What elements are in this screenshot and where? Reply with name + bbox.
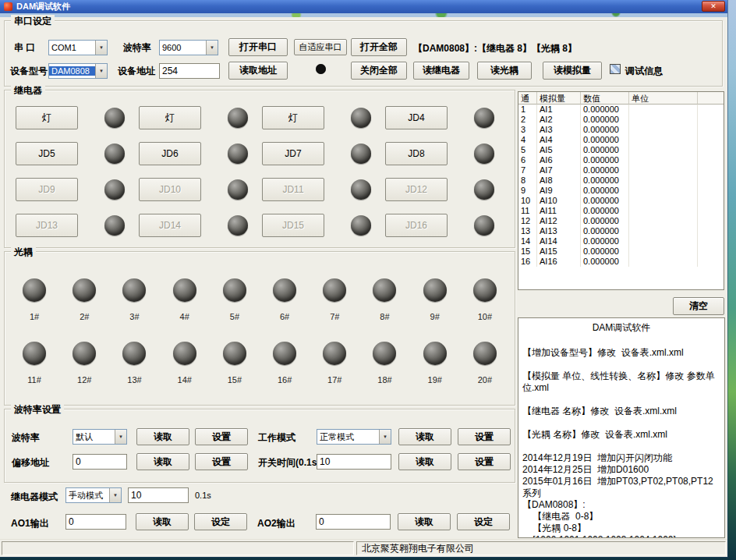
relay-button[interactable]: JD16 xyxy=(385,214,448,237)
cell-channel: 13 xyxy=(518,226,537,236)
work-mode-value: 正常模式 xyxy=(317,431,379,443)
header-unit: 单位 xyxy=(629,92,698,105)
work-mode-set-button[interactable]: 设置 xyxy=(458,428,511,445)
cell-extra xyxy=(698,165,724,175)
relay-button[interactable]: JD13 xyxy=(16,214,78,237)
cell-extra xyxy=(698,226,724,236)
cell-channel: 1 xyxy=(518,105,537,115)
opto-cell: 12# xyxy=(59,342,109,385)
relay-button[interactable]: JD15 xyxy=(262,214,324,237)
baud-rate-select[interactable]: 默认 ▼ xyxy=(73,429,127,445)
relay-indicator-light xyxy=(351,108,371,128)
relay-group: 继电器 灯 灯 灯 JD4 JD5 xyxy=(4,90,515,248)
log-text: 【增加设备型号】修改 设备表.xml.xml 【模拟量 单位、线性转换、名称】修… xyxy=(522,335,720,538)
log-output[interactable]: DAM调试软件 【增加设备型号】修改 设备表.xml.xml 【模拟量 单位、线… xyxy=(518,317,725,538)
model-select[interactable]: DAM0808 ▼ xyxy=(48,63,108,79)
baud-set-button[interactable]: 设置 xyxy=(195,428,248,445)
ao1-output-input[interactable] xyxy=(65,514,126,530)
relay-button[interactable]: JD4 xyxy=(385,106,448,129)
relay-button[interactable]: JD8 xyxy=(385,142,448,165)
relay-button[interactable]: 灯 xyxy=(139,106,201,129)
group-title-opto: 光耦 xyxy=(11,246,36,259)
cell-unit xyxy=(629,206,698,216)
opto-cell: 8# xyxy=(359,278,409,321)
read-address-button[interactable]: 读取地址 xyxy=(228,62,288,80)
open-serial-button[interactable]: 打开串口 xyxy=(228,38,288,56)
relay-indicator-light xyxy=(474,179,494,200)
baud-read-button[interactable]: 读取 xyxy=(136,428,189,445)
status-indicator-dot xyxy=(316,64,326,74)
relay-button[interactable]: JD14 xyxy=(139,214,201,237)
relay-button[interactable]: 灯 xyxy=(262,106,324,129)
baud-label: 波特率 xyxy=(123,41,151,55)
offset-address-input[interactable] xyxy=(73,454,127,470)
header-channel: 通 xyxy=(518,92,537,105)
cell-name: AI12 xyxy=(537,216,581,226)
opto-label: 10# xyxy=(478,312,492,321)
opto-indicator-light xyxy=(323,278,346,302)
relay-cell: JD16 xyxy=(385,214,508,237)
relay-button[interactable]: 灯 xyxy=(16,106,78,129)
serial-settings-group: 串口设定 串 口 COM1 ▼ 波特率 9600 ▼ 打开串口 自适应串口 打开… xyxy=(4,20,723,87)
read-relay-button[interactable]: 读继电器 xyxy=(413,62,469,80)
device-address-input[interactable] xyxy=(159,63,220,79)
relay-button[interactable]: JD5 xyxy=(16,142,78,165)
switch-time-label: 开关时间(0.1s) xyxy=(258,456,320,470)
titlebar[interactable]: DAM调试软件 ✕ xyxy=(0,0,727,13)
cell-value: 0.000000 xyxy=(581,236,629,246)
table-row: 9AI90.000000 xyxy=(518,186,724,196)
cell-name: AI4 xyxy=(537,135,581,145)
read-opto-button[interactable]: 读光耦 xyxy=(477,62,532,80)
close-button[interactable]: ✕ xyxy=(702,1,725,12)
table-row: 12AI120.000000 xyxy=(518,216,724,226)
opto-cell: 7# xyxy=(310,278,359,321)
switch-time-read-button[interactable]: 读取 xyxy=(398,453,451,470)
opto-indicator-light xyxy=(473,278,497,302)
opto-label: 17# xyxy=(327,375,341,385)
dropdown-arrow-icon: ▼ xyxy=(95,41,107,55)
cell-extra xyxy=(698,175,724,186)
switch-time-set-button[interactable]: 设置 xyxy=(458,453,511,470)
relay-button[interactable]: JD12 xyxy=(385,178,448,201)
relay-cell: JD8 xyxy=(385,142,508,165)
cell-extra xyxy=(698,115,724,125)
close-all-button[interactable]: 关闭全部 xyxy=(351,62,407,80)
cell-unit xyxy=(629,125,698,135)
cell-value: 0.000000 xyxy=(581,175,629,186)
relay-button[interactable]: JD7 xyxy=(262,142,324,165)
ao1-set-button[interactable]: 设定 xyxy=(194,513,247,530)
relay-button[interactable]: JD6 xyxy=(139,142,201,165)
port-select[interactable]: COM1 ▼ xyxy=(48,40,108,55)
cell-unit xyxy=(629,175,698,186)
cell-unit xyxy=(629,165,698,175)
ao2-output-input[interactable] xyxy=(316,514,391,530)
ao1-read-button[interactable]: 读取 xyxy=(136,513,189,530)
cell-name: AI15 xyxy=(537,246,581,257)
cell-unit xyxy=(629,155,698,165)
relay-button[interactable]: JD9 xyxy=(16,178,78,201)
clear-button[interactable]: 清空 xyxy=(673,297,724,315)
offset-read-button[interactable]: 读取 xyxy=(136,453,189,470)
opto-cell: 6# xyxy=(260,278,310,321)
table-row: 7AI70.000000 xyxy=(518,165,724,175)
opto-group: 光耦 1# 2# 3# 4# 5# 6# 7# 8# 9# 10# 11# 12… xyxy=(4,251,515,406)
adaptive-serial-button[interactable]: 自适应串口 xyxy=(294,39,347,55)
relay-mode-select[interactable]: 手动模式 ▼ xyxy=(65,487,122,503)
relay-mode-value: 手动模式 xyxy=(66,490,109,502)
switch-time-input[interactable] xyxy=(317,454,391,470)
ao2-set-button[interactable]: 设定 xyxy=(457,513,510,530)
baud-settings-group: 波特率设置 波特率 默认 ▼ 读取 设置 工作模式 正常模式 ▼ 读取 设置 偏… xyxy=(4,409,515,483)
relay-button[interactable]: JD10 xyxy=(139,178,201,201)
work-mode-select[interactable]: 正常模式 ▼ xyxy=(317,429,391,445)
work-mode-read-button[interactable]: 读取 xyxy=(398,428,451,445)
debug-info-checkbox[interactable] xyxy=(610,64,621,74)
relay-time-input[interactable] xyxy=(128,487,189,503)
open-all-button[interactable]: 打开全部 xyxy=(351,38,407,56)
ao2-read-button[interactable]: 读取 xyxy=(398,513,451,530)
baud-select[interactable]: 9600 ▼ xyxy=(159,40,218,55)
cell-channel: 8 xyxy=(518,175,537,186)
read-analog-button[interactable]: 读模拟量 xyxy=(543,62,602,80)
relay-button[interactable]: JD11 xyxy=(262,178,324,201)
offset-set-button[interactable]: 设置 xyxy=(195,453,248,470)
opto-cell: 9# xyxy=(410,278,460,321)
